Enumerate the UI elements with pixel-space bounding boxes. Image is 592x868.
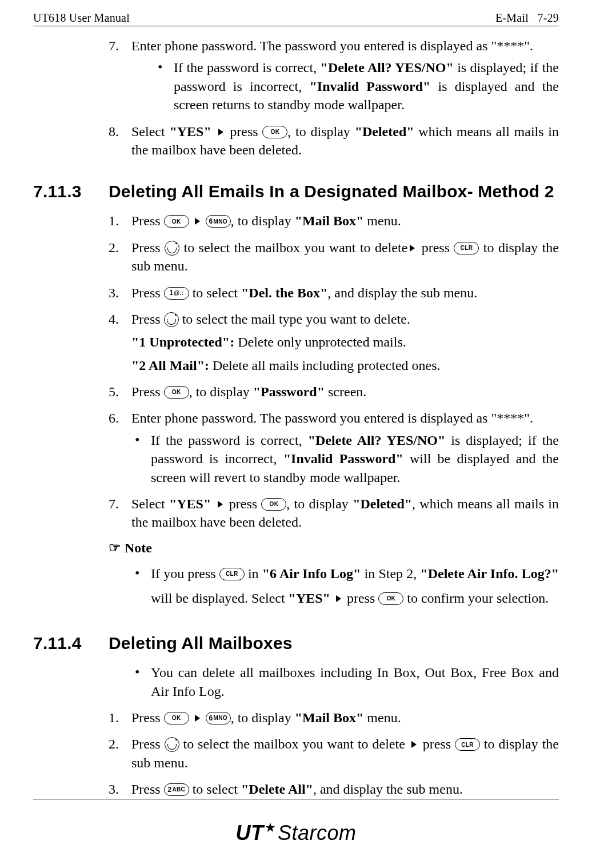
- page: UT618 User Manual E-Mail 7-29 Enter phon…: [0, 0, 592, 868]
- t: Enter phone password. The password you e…: [131, 411, 533, 425]
- nav-key-icon: [165, 737, 179, 752]
- key-label: OK: [165, 216, 189, 227]
- t: in Step 2,: [361, 566, 420, 581]
- t: "Delete All? YES/NO": [321, 60, 454, 75]
- t: press: [226, 124, 263, 139]
- t: will be displayed. Select: [151, 591, 289, 606]
- sec1-step-4: Press to select the mail type you want t…: [109, 310, 559, 375]
- t: Delete only unprotected mails.: [234, 335, 406, 349]
- t: in: [245, 566, 262, 581]
- t: , and display the sub menu.: [327, 285, 477, 300]
- t: menu.: [363, 213, 401, 228]
- t: "Password": [253, 384, 325, 399]
- t: press: [417, 240, 454, 255]
- t: 6: [209, 714, 213, 723]
- t: to select: [189, 782, 241, 797]
- key-6-icon: 6MNO: [206, 712, 231, 724]
- t: "Mail Box": [295, 213, 364, 228]
- star-icon: ★: [266, 821, 276, 834]
- t: 6: [209, 217, 213, 226]
- header-left: UT618 User Manual: [33, 11, 130, 25]
- sec2-step-3: Press 2ABC to select "Delete All", and d…: [109, 780, 559, 798]
- t: "6 Air Info Log": [262, 566, 361, 581]
- header-page-number: 7-29: [538, 11, 559, 24]
- triangle-icon: [336, 595, 341, 602]
- footer-divider: [33, 799, 559, 799]
- note-label: Note: [125, 540, 152, 555]
- key-label: OK: [165, 712, 189, 724]
- page-header: UT618 User Manual E-Mail 7-29: [33, 11, 559, 26]
- t: Press: [131, 736, 165, 751]
- ok-key-icon: OK: [261, 498, 286, 511]
- sec1-step-4b: "2 All Mail": Delete all mails including…: [131, 356, 559, 375]
- clr-key-icon: CLR: [455, 738, 480, 751]
- content: Enter phone password. The password you e…: [33, 37, 559, 799]
- t: "Invalid Password": [283, 451, 403, 466]
- key-label: OK: [379, 593, 403, 604]
- t: Select: [131, 496, 169, 511]
- t: press: [225, 496, 262, 511]
- t: "Invalid Password": [309, 79, 430, 94]
- t: [211, 124, 216, 139]
- t: "Delete All? YES/NO": [308, 433, 445, 448]
- logo-starcom: Starcom: [278, 821, 357, 845]
- intro-step-8: Select "YES" press OK, to display "Delet…: [109, 122, 559, 160]
- t: MNO: [214, 218, 227, 226]
- t: , to display: [286, 496, 353, 511]
- sec1-steps: Press OK 6MNO, to display "Mail Box" men…: [109, 212, 559, 531]
- sec1-step-6-bullet: If the password is correct, "Delete All?…: [131, 431, 559, 487]
- note-bullets: If you press CLR in "6 Air Info Log" in …: [131, 562, 559, 611]
- footer-logo: UT★Starcom: [0, 821, 592, 845]
- key-2-icon: 2ABC: [164, 783, 189, 796]
- t: to select the mail type you want to dele…: [179, 312, 410, 327]
- t: , to display: [231, 710, 295, 725]
- t: Press: [131, 240, 165, 255]
- t: ABC: [172, 786, 185, 794]
- triangle-icon: [218, 129, 223, 136]
- t: "1 Unprotected":: [131, 335, 234, 349]
- t: Press: [131, 285, 164, 300]
- t: MNO: [214, 714, 227, 722]
- key-6-icon: 6MNO: [206, 215, 231, 228]
- ok-key-icon: OK: [378, 592, 403, 605]
- sec1-step-1: Press OK 6MNO, to display "Mail Box" men…: [109, 212, 559, 230]
- t: [211, 496, 215, 511]
- key-label: CLR: [455, 739, 479, 750]
- sec2-step-2: Press to select the mailbox you want to …: [109, 735, 559, 772]
- t: @.:: [174, 289, 183, 297]
- triangle-icon: [195, 715, 200, 722]
- t: If the password is correct,: [174, 60, 321, 75]
- t: to confirm your selection.: [403, 591, 549, 606]
- section-7-11-4-heading: 7.11.4Deleting All Mailboxes: [33, 634, 559, 653]
- intro-step-7: Enter phone password. The password you e…: [109, 37, 559, 114]
- t: "Deleted": [355, 124, 414, 139]
- sec1-step-2: Press to select the mailbox you want to …: [109, 238, 559, 276]
- note-bullet: If you press CLR in "6 Air Info Log" in …: [131, 562, 559, 611]
- t: If the password is correct,: [151, 433, 308, 448]
- nav-key-icon: [164, 312, 179, 327]
- t: "YES": [289, 591, 330, 606]
- t: Press: [131, 384, 164, 399]
- t: Press: [131, 312, 164, 327]
- t: Select: [131, 124, 169, 139]
- section-7-11-3-heading: 7.11.3Deleting All Emails In a Designate…: [33, 182, 559, 201]
- t: "Deleted": [353, 496, 412, 511]
- header-right: E-Mail 7-29: [495, 11, 559, 25]
- t: "Delete All": [241, 782, 313, 797]
- t: to select: [189, 285, 241, 300]
- triangle-icon: [410, 245, 415, 252]
- section-number: 7.11.3: [33, 182, 109, 201]
- key-label: CLR: [454, 242, 478, 254]
- nav-key-icon: [165, 241, 179, 256]
- t: "YES": [169, 124, 211, 139]
- section-title: Deleting All Emails In a Designated Mail…: [109, 182, 554, 201]
- pointing-hand-icon: ☞: [109, 540, 121, 556]
- section-heading: 7.11.3Deleting All Emails In a Designate…: [33, 182, 559, 201]
- key-label: OK: [263, 126, 287, 138]
- triangle-icon: [218, 501, 223, 508]
- sec1-step-3: Press 1@.: to select "Del. the Box", and…: [109, 284, 559, 302]
- utstarcom-logo: UT★Starcom: [235, 821, 356, 845]
- t: screen.: [325, 384, 366, 399]
- t: "Mail Box": [295, 710, 364, 725]
- t: Press: [131, 782, 164, 797]
